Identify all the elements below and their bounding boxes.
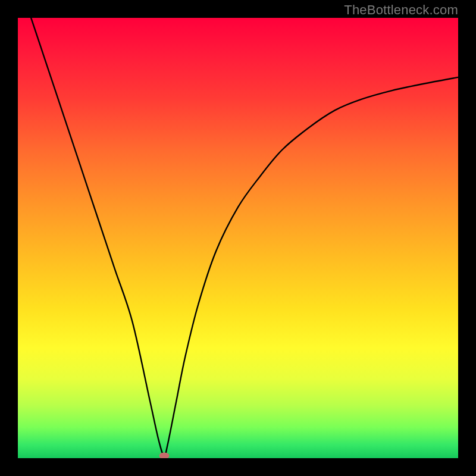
curve-svg: [18, 18, 458, 458]
plot-area: [18, 18, 458, 458]
watermark-text: TheBottleneck.com: [344, 2, 458, 18]
bottleneck-curve: [31, 18, 458, 456]
chart-frame: TheBottleneck.com: [0, 0, 476, 476]
minimum-marker: [159, 453, 169, 458]
